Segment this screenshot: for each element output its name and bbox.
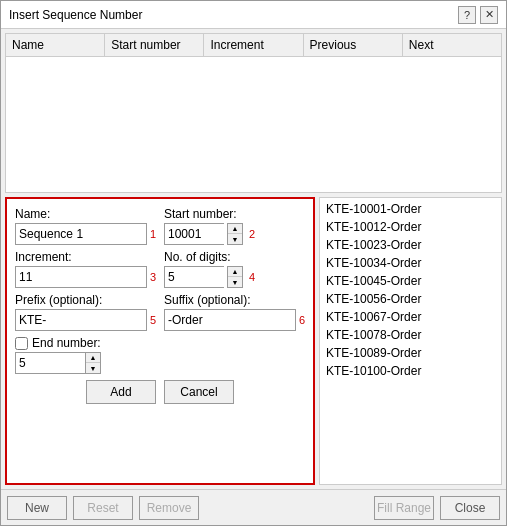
new-button[interactable]: New (7, 496, 67, 520)
digits-input[interactable] (164, 266, 224, 288)
remove-button[interactable]: Remove (139, 496, 199, 520)
start-spin-up[interactable]: ▲ (228, 224, 242, 234)
list-item[interactable]: KTE-10056-Order (320, 290, 501, 308)
suffix-num: 6 (299, 314, 305, 326)
end-number-label-text: End number: (32, 336, 101, 350)
close-toolbar-button[interactable]: Close (440, 496, 500, 520)
list-item[interactable]: KTE-10012-Order (320, 218, 501, 236)
col-next: Next (403, 34, 501, 56)
close-button[interactable]: ✕ (480, 6, 498, 24)
start-num: 2 (249, 228, 255, 240)
help-button[interactable]: ? (458, 6, 476, 24)
name-label-text: Name: (15, 207, 156, 221)
middle-section: Name: 1 Start number: ▲ ▼ 2 (5, 197, 502, 485)
increment-input[interactable] (15, 266, 147, 288)
col-previous: Previous (304, 34, 403, 56)
list-item[interactable]: KTE-10034-Order (320, 254, 501, 272)
start-label-text: Start number: (164, 207, 305, 221)
col-start: Start number (105, 34, 204, 56)
title-bar: Insert Sequence Number ? ✕ (1, 1, 506, 29)
prefix-input[interactable] (15, 309, 147, 331)
table-header: Name Start number Increment Previous Nex… (6, 34, 501, 57)
name-num: 1 (150, 228, 156, 240)
digits-num: 4 (249, 271, 255, 283)
increment-num: 3 (150, 271, 156, 283)
digits-spin-up[interactable]: ▲ (228, 267, 242, 277)
digits-label-text: No. of digits: (164, 250, 305, 264)
dialog-title: Insert Sequence Number (9, 8, 142, 22)
cancel-button[interactable]: Cancel (164, 380, 234, 404)
list-item[interactable]: KTE-10023-Order (320, 236, 501, 254)
list-item[interactable]: KTE-10078-Order (320, 326, 501, 344)
content-area: Name Start number Increment Previous Nex… (1, 29, 506, 489)
col-name: Name (6, 34, 105, 56)
col-increment: Increment (204, 34, 303, 56)
sequence-list: KTE-10001-OrderKTE-10012-OrderKTE-10023-… (319, 197, 502, 485)
add-button[interactable]: Add (86, 380, 156, 404)
list-item[interactable]: KTE-10001-Order (320, 200, 501, 218)
list-item[interactable]: KTE-10089-Order (320, 344, 501, 362)
suffix-input[interactable] (164, 309, 296, 331)
digits-spin-down[interactable]: ▼ (228, 277, 242, 287)
list-item[interactable]: KTE-10067-Order (320, 308, 501, 326)
prefix-label-text: Prefix (optional): (15, 293, 156, 307)
end-spin-down[interactable]: ▼ (86, 363, 100, 373)
suffix-label-text: Suffix (optional): (164, 293, 305, 307)
list-item[interactable]: KTE-10045-Order (320, 272, 501, 290)
end-spin-up[interactable]: ▲ (86, 353, 100, 363)
list-item[interactable]: KTE-10100-Order (320, 362, 501, 380)
bottom-toolbar: New Reset Remove Fill Range Close (1, 489, 506, 525)
name-input[interactable] (15, 223, 147, 245)
increment-label-text: Increment: (15, 250, 156, 264)
title-bar-buttons: ? ✕ (458, 6, 498, 24)
form-panel: Name: 1 Start number: ▲ ▼ 2 (5, 197, 315, 485)
start-input[interactable] (164, 223, 224, 245)
end-number-checkbox[interactable] (15, 337, 28, 350)
end-number-input[interactable] (15, 352, 85, 374)
reset-button[interactable]: Reset (73, 496, 133, 520)
start-spin-down[interactable]: ▼ (228, 234, 242, 244)
sequence-table: Name Start number Increment Previous Nex… (5, 33, 502, 193)
dialog: Insert Sequence Number ? ✕ Name Start nu… (0, 0, 507, 526)
fill-range-button[interactable]: Fill Range (374, 496, 434, 520)
prefix-num: 5 (150, 314, 156, 326)
